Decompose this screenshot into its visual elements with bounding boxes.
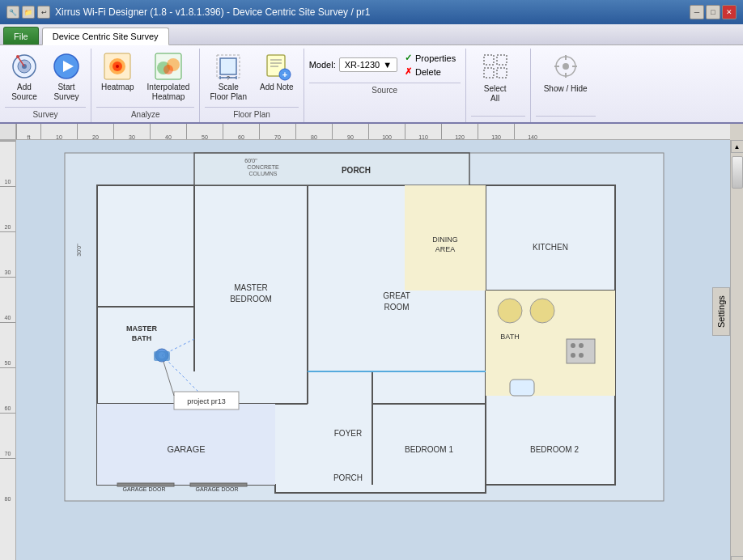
svg-rect-82 bbox=[567, 339, 595, 363]
tab-bar: File Device Centric Site Survey bbox=[0, 24, 743, 45]
interpolated-heatmap-icon bbox=[154, 52, 183, 81]
svg-text:GARAGE: GARAGE bbox=[167, 444, 205, 454]
svg-text:DINING: DINING bbox=[432, 235, 458, 244]
app-icon-1: 🔧 bbox=[6, 6, 19, 19]
svg-point-32 bbox=[563, 63, 569, 70]
svg-text:KITCHEN: KITCHEN bbox=[533, 243, 568, 252]
select-all-icon bbox=[481, 52, 510, 81]
svg-rect-27 bbox=[484, 55, 494, 65]
svg-rect-29 bbox=[484, 68, 494, 78]
ruler-h-tick-90: 90 bbox=[332, 124, 368, 140]
ruler-h-tick-110: 110 bbox=[405, 124, 441, 140]
svg-point-86 bbox=[579, 353, 584, 358]
add-note-button[interactable]: + Add Note bbox=[255, 49, 299, 95]
delete-button[interactable]: ✗ Delete bbox=[402, 66, 458, 78]
ruler-h-label-ft: ft bbox=[16, 124, 40, 140]
ruler-horizontal: ft 10 20 30 40 50 60 70 80 90 100 110 12… bbox=[16, 124, 730, 140]
svg-text:?: ? bbox=[227, 75, 230, 81]
app-icon-2[interactable]: 📁 bbox=[22, 6, 35, 19]
model-dropdown[interactable]: XR-1230 ▼ bbox=[339, 57, 397, 72]
svg-text:MASTER: MASTER bbox=[126, 325, 158, 333]
svg-rect-30 bbox=[497, 68, 507, 78]
svg-text:PORCH: PORCH bbox=[342, 166, 371, 175]
svg-text:COLUMNS: COLUMNS bbox=[248, 171, 277, 176]
showhide-group-label bbox=[536, 116, 596, 122]
ruler-h-tick-60: 60 bbox=[223, 124, 259, 140]
ribbon-group-analyze: Heatmap InterpolatedHeatmap Analyze bbox=[91, 49, 200, 122]
svg-text:BATH: BATH bbox=[500, 333, 519, 341]
ruler-h-tick-10: 10 bbox=[40, 124, 77, 140]
svg-text:PORCH: PORCH bbox=[333, 473, 363, 482]
start-survey-label: StartSurvey bbox=[53, 83, 79, 102]
svg-text:GARAGE DOOR: GARAGE DOOR bbox=[123, 486, 166, 492]
ruler-h-tick-120: 120 bbox=[441, 124, 478, 140]
show-hide-icon bbox=[551, 52, 580, 81]
app-icon-3[interactable]: ↩ bbox=[37, 6, 50, 19]
close-button[interactable]: ✕ bbox=[722, 5, 737, 19]
svg-text:GARAGE DOOR: GARAGE DOOR bbox=[196, 486, 239, 492]
ruler-v-tick-50: 50 bbox=[0, 322, 15, 367]
dropdown-arrow-icon: ▼ bbox=[383, 60, 392, 70]
svg-text:BEDROOM 2: BEDROOM 2 bbox=[530, 445, 579, 454]
select-all-button[interactable]: SelectAll bbox=[471, 49, 520, 107]
svg-point-85 bbox=[571, 353, 575, 358]
maximize-button[interactable]: □ bbox=[706, 5, 720, 19]
ribbon-group-select: SelectAll bbox=[466, 49, 531, 122]
svg-rect-80 bbox=[498, 299, 522, 323]
svg-rect-16 bbox=[220, 58, 236, 74]
svg-text:FOYER: FOYER bbox=[334, 429, 362, 438]
start-survey-button[interactable]: StartSurvey bbox=[47, 49, 86, 105]
ruler-h-tick-40: 40 bbox=[150, 124, 186, 140]
analyze-group-label: Analyze bbox=[96, 107, 194, 122]
x-icon: ✗ bbox=[405, 66, 412, 77]
ruler-corner bbox=[0, 124, 16, 140]
ruler-v-tick-60: 60 bbox=[0, 367, 15, 413]
svg-text:BATH: BATH bbox=[132, 334, 151, 342]
ribbon-group-floorplan: ? ScaleFloor Plan + Add Note bbox=[200, 49, 304, 122]
add-note-icon: + bbox=[262, 52, 291, 81]
model-label: Model: bbox=[309, 60, 336, 70]
minimize-button[interactable]: ─ bbox=[690, 5, 704, 19]
ruler-v-tick-20: 20 bbox=[0, 186, 15, 231]
tab-file[interactable]: File bbox=[3, 27, 39, 45]
select-all-label: SelectAll bbox=[484, 84, 507, 104]
ribbon-group-showhide: Show / Hide bbox=[531, 49, 601, 122]
properties-button[interactable]: ✓ Properties bbox=[402, 52, 458, 64]
svg-rect-28 bbox=[497, 55, 507, 65]
ruler-h-container: ft 10 20 30 40 50 60 70 80 90 100 110 12… bbox=[0, 124, 743, 140]
tab-main[interactable]: Device Centric Site Survey bbox=[42, 28, 169, 45]
ruler-h-tick-70: 70 bbox=[259, 124, 295, 140]
floor-plan-svg: PORCH MASTER BATH MASTER BEDROOM GREAT R… bbox=[32, 145, 696, 517]
ruler-v-tick-10: 10 bbox=[0, 141, 15, 186]
add-note-label: Add Note bbox=[260, 83, 294, 92]
scrollbar-vertical[interactable]: ▲ ▼ bbox=[730, 140, 743, 560]
scroll-down-button[interactable]: ▼ bbox=[731, 556, 744, 560]
svg-rect-87 bbox=[510, 380, 534, 396]
add-source-button[interactable]: AddSource bbox=[5, 49, 44, 105]
ruler-v-tick-30: 30 bbox=[0, 231, 15, 277]
svg-text:BEDROOM: BEDROOM bbox=[230, 295, 272, 303]
scroll-thumb[interactable] bbox=[732, 156, 743, 189]
svg-point-84 bbox=[579, 343, 584, 348]
check-icon: ✓ bbox=[405, 53, 412, 63]
svg-text:30'0": 30'0" bbox=[76, 244, 82, 257]
title-bar: 🔧 📁 ↩ Xirrus Wi-Fi Designer (1.8 - v1.8.… bbox=[0, 0, 743, 24]
start-survey-icon bbox=[52, 52, 81, 81]
ruler-h-tick-50: 50 bbox=[186, 124, 223, 140]
svg-rect-81 bbox=[530, 299, 554, 323]
show-hide-button[interactable]: Show / Hide bbox=[536, 49, 596, 97]
scale-floor-plan-button[interactable]: ? ScaleFloor Plan bbox=[205, 49, 252, 105]
interpolated-heatmap-button[interactable]: InterpolatedHeatmap bbox=[142, 49, 195, 105]
ruler-h-tick-140: 140 bbox=[514, 124, 550, 140]
heatmap-label: Heatmap bbox=[101, 83, 134, 92]
svg-text:BEDROOM 1: BEDROOM 1 bbox=[405, 445, 453, 454]
svg-point-4 bbox=[16, 55, 19, 58]
survey-group-label: Survey bbox=[5, 107, 86, 122]
heatmap-button[interactable]: Heatmap bbox=[96, 49, 139, 95]
scroll-up-button[interactable]: ▲ bbox=[731, 140, 744, 153]
ribbon: AddSource StartSurvey Survey bbox=[0, 45, 743, 124]
floor-plan-canvas[interactable]: PORCH MASTER BATH MASTER BEDROOM GREAT R… bbox=[16, 140, 730, 560]
ruler-h-tick-130: 130 bbox=[478, 124, 514, 140]
ruler-scroll-spacer bbox=[730, 124, 743, 140]
settings-tab[interactable]: Settings bbox=[712, 287, 730, 336]
